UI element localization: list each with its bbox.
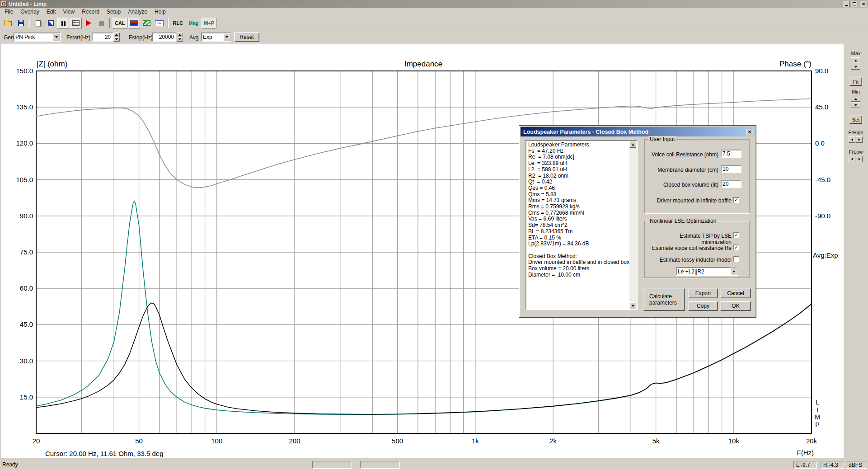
min-spinner[interactable] (851, 96, 860, 108)
red-blue-icon (130, 20, 138, 26)
record-button[interactable] (83, 18, 94, 28)
export-button[interactable]: Export (688, 288, 718, 298)
dialog-titlebar[interactable]: Loudspeaker Parameters - Closed Box Meth… (521, 127, 755, 136)
magnitude-button[interactable]: Mag (186, 18, 201, 28)
copy-button[interactable]: Copy (688, 301, 718, 311)
menu-item-record[interactable]: Record (78, 8, 103, 16)
pause-button[interactable] (57, 18, 69, 28)
stop-button[interactable] (95, 18, 107, 28)
axis-tick-label: 2k (540, 437, 567, 445)
toolbar: CAL ~ RLC Mag M+P (0, 16, 868, 30)
parameter-line: Closed Box Method: (528, 254, 629, 260)
min-down-button[interactable] (851, 102, 860, 108)
inductor-model-select[interactable]: Le +L2||R2 (676, 267, 738, 276)
color-scheme-button[interactable] (128, 18, 140, 28)
reset-button[interactable]: Reset (234, 32, 259, 42)
generator-button[interactable]: ~ (154, 18, 165, 28)
fit-button[interactable]: Fit (849, 77, 862, 86)
menu-item-view[interactable]: View (59, 8, 78, 16)
frhigh-right-button[interactable] (856, 136, 863, 143)
parameter-line: Rms = 0.759928 kg/s (528, 204, 629, 210)
parameter-line: Driver mounted in baffle and in closed b… (528, 259, 629, 266)
spinner-up-button[interactable] (113, 33, 120, 37)
calculate-parameters-button[interactable]: Calculate parameters (643, 288, 685, 311)
parameters-listbox[interactable]: Loudspeaker ParametersFs = 47.20 HzRe = … (525, 140, 638, 310)
gen-dropdown-button[interactable] (53, 33, 60, 41)
menu-item-file[interactable]: File (1, 8, 17, 16)
dialog-close-button[interactable]: × (746, 129, 753, 135)
membrane-diameter-input[interactable] (721, 165, 741, 173)
frlow-right-button[interactable] (856, 156, 863, 162)
fstop-input[interactable] (152, 33, 176, 42)
parameter-line: Bl = 8.234365 Tm (528, 229, 629, 235)
bw-background-button[interactable] (45, 18, 56, 28)
voice-coil-resistance-input[interactable] (721, 150, 741, 158)
closed-box-volume-label: Closed box volume (lit) (648, 182, 718, 188)
infinite-baffle-checkbox[interactable]: ✓ (733, 197, 739, 203)
set-button[interactable]: Set (849, 115, 862, 124)
arrow-right-icon (859, 138, 860, 141)
restore-button[interactable] (851, 1, 858, 7)
max-down-button[interactable] (851, 64, 860, 70)
fstart-input[interactable] (92, 33, 113, 42)
open-button[interactable] (2, 18, 14, 28)
estimate-tsp-checkbox[interactable]: ✓ (733, 232, 739, 238)
parameter-line: Box volume = 20.00 liters (528, 266, 629, 272)
axis-tick-label: 0.0 (815, 139, 842, 147)
avg-select[interactable]: Exp (201, 33, 231, 42)
max-up-button[interactable] (851, 57, 860, 63)
menu-item-setup[interactable]: Setup (103, 8, 124, 16)
table-view-button[interactable] (70, 18, 82, 28)
copy-graph-button[interactable] (32, 18, 44, 28)
close-button[interactable]: × (860, 1, 867, 7)
open-folder-icon (5, 21, 12, 26)
frlow-buttons[interactable] (849, 156, 863, 162)
infinite-baffle-label: Driver mounted in infinite baffle (648, 197, 732, 204)
menu-item-analyze[interactable]: Analyze (124, 8, 151, 16)
magnitude-phase-button[interactable]: M+P (202, 18, 216, 28)
frlow-left-button[interactable] (849, 156, 855, 162)
estimate-lossy-checkbox[interactable] (733, 256, 739, 262)
status-bar: Ready L:-9.7 R:-4.3 dBFS (0, 459, 868, 470)
spinner-up-button[interactable] (177, 33, 183, 37)
max-spinner[interactable] (851, 57, 860, 70)
save-icon (18, 20, 24, 26)
model-dropdown-button[interactable] (730, 268, 737, 275)
cancel-button[interactable]: Cancel (720, 288, 751, 298)
parameter-line: Diameter = 10.00 cm (528, 272, 629, 278)
save-button[interactable] (15, 18, 27, 28)
fstop-spinner[interactable] (177, 33, 183, 42)
spectrum-button[interactable] (141, 18, 153, 28)
menu-item-help[interactable]: Help (151, 8, 169, 16)
frhigh-buttons[interactable] (849, 136, 863, 143)
x-axis-title: F(Hz) (780, 449, 814, 456)
fstart-spinner[interactable] (113, 33, 120, 42)
spinner-down-button[interactable] (113, 37, 120, 42)
listbox-scrollbar[interactable] (629, 141, 637, 309)
axis-tick-label: 20 (23, 437, 50, 445)
axis-tick-label: 150.0 (0, 67, 33, 75)
rlc-button[interactable]: RLC (171, 18, 186, 28)
left-level-indicator: L:-9.7 (793, 461, 817, 469)
status-panel-empty (312, 461, 352, 469)
min-up-button[interactable] (851, 96, 860, 102)
ok-button[interactable]: OK (720, 301, 751, 311)
spinner-down-button[interactable] (177, 37, 183, 42)
calibrate-button[interactable]: CAL (113, 18, 127, 28)
estimate-re-checkbox[interactable]: ✓ (733, 244, 739, 250)
minimize-button[interactable] (843, 1, 850, 7)
toolbar-separator (29, 18, 30, 28)
axis-tick-label: 100 (203, 437, 230, 445)
gen-select[interactable]: PN Pink (14, 33, 61, 42)
frhigh-left-button[interactable] (849, 136, 855, 143)
menu-item-overlay[interactable]: Overlay (17, 8, 42, 16)
parameter-line: Le = 323.89 uH (528, 160, 629, 167)
scroll-up-button[interactable] (629, 141, 636, 148)
stop-icon (99, 21, 104, 26)
menu-item-edit[interactable]: Edit (43, 8, 60, 16)
closed-box-volume-input[interactable] (721, 180, 741, 188)
avg-dropdown-button[interactable] (223, 33, 230, 41)
axis-tick-label: -45.0 (815, 176, 842, 183)
black-white-icon (48, 20, 54, 26)
scroll-down-button[interactable] (629, 302, 636, 309)
